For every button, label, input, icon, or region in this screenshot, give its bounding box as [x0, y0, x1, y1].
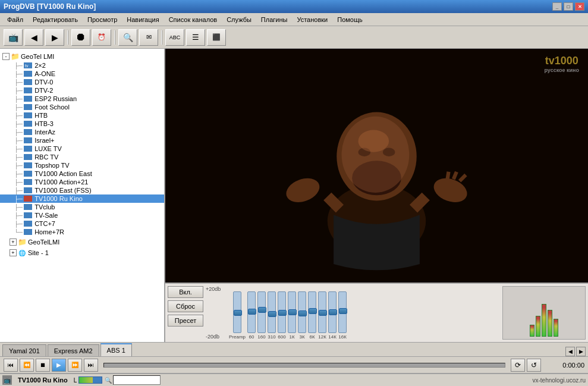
channel-item-interaz[interactable]: ├─ InterAz [0, 128, 164, 136]
tab-yamal201[interactable]: Yamal 201 [2, 344, 46, 356]
channel-item-aone[interactable]: ├─ A-ONE [0, 70, 164, 78]
channel-item-footschool[interactable]: ├─ Foot School [0, 103, 164, 111]
channel-item-tv1000a21[interactable]: ├─ TV1000 Action+21 [0, 178, 164, 186]
eq-slider-track-160[interactable] [257, 291, 266, 333]
transport-progress-bar[interactable] [103, 363, 505, 368]
eq-slider-handle-12k[interactable] [319, 310, 327, 316]
eq-preset-button[interactable]: Пресет [168, 315, 203, 327]
eq-enable-button[interactable]: Вкл. [168, 286, 203, 298]
menu-channel-list[interactable]: Список каналов [164, 15, 222, 24]
svg-rect-7 [24, 112, 32, 118]
eq-slider-track-1k[interactable] [288, 291, 296, 333]
transport-skip-back[interactable]: ⏮ [4, 359, 18, 372]
eq-band-600: 600 [278, 291, 286, 340]
eq-slider-handle-1k[interactable] [288, 309, 297, 315]
eq-slider-track-6k[interactable] [308, 291, 316, 333]
tree-group-header-site1[interactable]: + 🌐 Site - 1 [0, 248, 164, 258]
transport-skip-forward[interactable]: ⏭ [84, 359, 98, 372]
eq-band-label-preamp: Preamp [229, 334, 246, 340]
eq-band-label-14k: 14К [328, 334, 337, 340]
toolbar-btn-list[interactable]: ☰ [186, 29, 205, 46]
eq-slider-handle-16k[interactable] [339, 308, 347, 314]
eq-slider-handle-6k[interactable] [309, 308, 317, 314]
maximize-button[interactable]: □ [564, 2, 573, 11]
tab-express-am2[interactable]: Express AM2 [48, 344, 99, 356]
toolbar-btn-search[interactable]: 🔍 [118, 29, 137, 46]
channel-item-tvsale[interactable]: ├─ TV-Sale [0, 211, 164, 219]
menu-help[interactable]: Помощь [332, 15, 367, 24]
tree-group-header-geotellmi[interactable]: - 📁 GeoTel LMI [0, 52, 164, 61]
tree-expand-site1[interactable]: + [10, 249, 17, 256]
menu-settings[interactable]: Установки [292, 15, 332, 24]
close-button[interactable]: ✕ [575, 2, 584, 11]
eq-slider-track-310[interactable] [268, 291, 276, 333]
toolbar-btn-text[interactable]: ABC [165, 29, 184, 46]
menu-edit[interactable]: Редактировать [28, 15, 83, 24]
channel-item-tv1000ae[interactable]: ├─ TV1000 Action East [0, 170, 164, 178]
toolbar-btn-next[interactable]: ▶ [45, 29, 64, 46]
eq-slider-handle-310[interactable] [268, 311, 276, 317]
channel-item-2x2[interactable]: ├─ tv 2×2 [0, 61, 164, 70]
channel-item-stcplus7[interactable]: ├─ СТС+7 [0, 219, 164, 228]
eq-reset-button[interactable]: Сброс [168, 300, 203, 312]
eq-slider-handle-3k[interactable] [298, 310, 307, 316]
channel-item-homeplus7r[interactable]: └─ Home+7R [0, 228, 164, 236]
transport-play[interactable]: ▶ [52, 359, 66, 372]
menu-plugins[interactable]: Плагины [256, 15, 293, 24]
status-bar: 📺 TV1000 Ru Kino L 🔍 vx-tehnologi.ucoz.r… [0, 373, 588, 386]
toolbar-btn-email[interactable]: ✉ [139, 29, 158, 46]
toolbar-btn-extra[interactable]: ⬛ [207, 29, 226, 46]
menu-services[interactable]: Службы [222, 15, 256, 24]
transport-rewind[interactable]: ⏪ [20, 359, 34, 372]
toolbar-btn-prev[interactable]: ◀ [24, 29, 43, 46]
eq-slider-track-preamp[interactable] [233, 291, 241, 333]
video-area[interactable]: tv1000 русское кино [165, 49, 588, 283]
channel-item-dtv0[interactable]: ├─ DTV-0 [0, 78, 164, 86]
transport-stop[interactable]: ⏹ [36, 359, 50, 372]
eq-slider-track-3k[interactable] [298, 291, 306, 333]
toolbar-btn-schedule[interactable]: ⏰ [92, 29, 111, 46]
toolbar-btn-tv[interactable]: 📺 [4, 29, 23, 46]
eq-slider-track-16k[interactable] [338, 291, 347, 333]
minimize-button[interactable]: _ [552, 2, 562, 11]
eq-slider-handle-600[interactable] [278, 310, 287, 316]
logo-sub-text: русское кино [544, 67, 579, 73]
menu-navigation[interactable]: Навигация [122, 15, 163, 24]
toolbar: 📺 ◀ ▶ ⏺ ⏰ 🔍 ✉ ABC ☰ ⬛ [0, 26, 588, 49]
eq-slider-track-600[interactable] [278, 291, 286, 333]
signal-bar [78, 376, 102, 384]
channel-item-htb[interactable]: ├─ НТВ [0, 111, 164, 120]
tree-group-header-geotellmi2[interactable]: + 📁 GeoTelLMI [0, 237, 164, 247]
tree-expand-geotellmi[interactable]: - [2, 53, 10, 60]
menu-file[interactable]: Файл [2, 15, 28, 24]
channel-item-israelplus[interactable]: ├─ Israel+ [0, 136, 164, 145]
channel-item-dtv2[interactable]: ├─ DTV-2 [0, 86, 164, 95]
channel-item-luxetv[interactable]: ├─ LUXE TV [0, 145, 164, 153]
menu-view[interactable]: Просмотр [83, 15, 122, 24]
tab-prev-button[interactable]: ◀ [565, 347, 575, 356]
tab-abs1[interactable]: ABS 1 [100, 343, 132, 356]
channel-item-htb3[interactable]: ├─ НТВ-3 [0, 120, 164, 128]
eq-slider-handle-14k[interactable] [329, 309, 337, 315]
status-search-input[interactable] [113, 375, 161, 385]
tree-expand-geotellmi2[interactable]: + [10, 238, 17, 246]
channel-item-tv1000efss[interactable]: ├─ TV1000 East (FSS) [0, 186, 164, 194]
channel-name: НТВ-3 [34, 120, 54, 127]
eq-slider-handle-160[interactable] [258, 307, 266, 313]
eq-slider-track-14k[interactable] [328, 291, 337, 333]
channel-item-esp2russian[interactable]: ├─ ESP2 Russian [0, 95, 164, 103]
eq-slider-handle-60[interactable] [248, 309, 256, 315]
eq-slider-track-12k[interactable] [318, 291, 326, 333]
transport-forward[interactable]: ⏩ [68, 359, 82, 372]
channel-item-topshoptv[interactable]: ├─ Topshop TV [0, 161, 164, 170]
tab-next-button[interactable]: ▶ [576, 347, 586, 356]
channel-item-tvclub[interactable]: ├─ TVclub [0, 203, 164, 211]
transport-extra-2[interactable]: ↺ [527, 359, 541, 372]
channel-item-tv1000rukino[interactable]: ├─ TV1000 Ru Kino [0, 194, 164, 203]
eq-slider-handle-preamp[interactable] [234, 310, 242, 316]
channel-item-rbctv[interactable]: ├─ RBC TV [0, 153, 164, 161]
toolbar-btn-record[interactable]: ⏺ [71, 29, 90, 46]
channel-list[interactable]: - 📁 GeoTel LMI ├─ tv 2×2 ├─ A-ONE [0, 49, 165, 342]
eq-slider-track-60[interactable] [247, 291, 256, 333]
transport-extra-1[interactable]: ⟳ [511, 359, 525, 372]
